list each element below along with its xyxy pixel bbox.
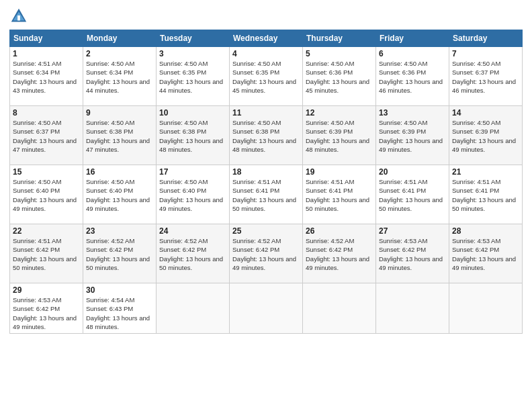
day-number: 24: [159, 226, 226, 236]
day-cell: 4 Sunrise: 4:50 AMSunset: 6:35 PMDayligh…: [230, 47, 303, 106]
day-number: 30: [86, 285, 153, 295]
day-cell: 26 Sunrise: 4:52 AMSunset: 6:42 PMDaylig…: [303, 224, 376, 283]
day-cell: 19 Sunrise: 4:51 AMSunset: 6:41 PMDaylig…: [303, 165, 376, 224]
day-cell: 3 Sunrise: 4:50 AMSunset: 6:35 PMDayligh…: [157, 47, 230, 106]
day-info: Sunrise: 4:52 AMSunset: 6:42 PMDaylight:…: [306, 236, 373, 272]
day-info: Sunrise: 4:50 AMSunset: 6:39 PMDaylight:…: [379, 118, 446, 154]
day-number: 7: [452, 49, 519, 58]
day-info: Sunrise: 4:50 AMSunset: 6:38 PMDaylight:…: [159, 118, 226, 154]
day-cell: 7 Sunrise: 4:50 AMSunset: 6:37 PMDayligh…: [449, 47, 523, 106]
day-info: Sunrise: 4:51 AMSunset: 6:41 PMDaylight:…: [379, 177, 446, 213]
day-info: Sunrise: 4:53 AMSunset: 6:42 PMDaylight:…: [13, 295, 80, 331]
day-number: 14: [452, 108, 519, 118]
day-number: 26: [306, 226, 373, 236]
day-info: Sunrise: 4:52 AMSunset: 6:42 PMDaylight:…: [86, 236, 153, 272]
day-cell: 23 Sunrise: 4:52 AMSunset: 6:42 PMDaylig…: [83, 224, 157, 283]
week-row-3: 15 Sunrise: 4:50 AMSunset: 6:40 PMDaylig…: [10, 165, 523, 224]
logo: [9, 7, 31, 26]
header-row: SundayMondayTuesdayWednesdayThursdayFrid…: [10, 30, 523, 47]
week-row-4: 22 Sunrise: 4:51 AMSunset: 6:42 PMDaylig…: [10, 224, 523, 283]
day-info: Sunrise: 4:51 AMSunset: 6:41 PMDaylight:…: [452, 177, 519, 213]
day-info: Sunrise: 4:50 AMSunset: 6:38 PMDaylight:…: [232, 118, 300, 154]
day-cell: 30 Sunrise: 4:54 AMSunset: 6:43 PMDaylig…: [83, 283, 157, 334]
day-cell: [303, 283, 376, 334]
col-header-saturday: Saturday: [449, 30, 523, 47]
day-cell: 17 Sunrise: 4:50 AMSunset: 6:40 PMDaylig…: [157, 165, 230, 224]
day-info: Sunrise: 4:50 AMSunset: 6:35 PMDaylight:…: [232, 59, 300, 95]
week-row-5: 29 Sunrise: 4:53 AMSunset: 6:42 PMDaylig…: [10, 283, 523, 334]
day-number: 8: [13, 108, 80, 118]
day-info: Sunrise: 4:51 AMSunset: 6:41 PMDaylight:…: [306, 177, 373, 213]
day-number: 29: [13, 285, 80, 295]
day-number: 2: [86, 49, 153, 58]
day-info: Sunrise: 4:51 AMSunset: 6:41 PMDaylight:…: [232, 177, 300, 213]
day-cell: 14 Sunrise: 4:50 AMSunset: 6:39 PMDaylig…: [449, 106, 523, 165]
day-info: Sunrise: 4:50 AMSunset: 6:36 PMDaylight:…: [379, 59, 446, 95]
day-number: 9: [86, 108, 153, 118]
day-cell: 18 Sunrise: 4:51 AMSunset: 6:41 PMDaylig…: [230, 165, 303, 224]
day-cell: [157, 283, 230, 334]
day-cell: 20 Sunrise: 4:51 AMSunset: 6:41 PMDaylig…: [376, 165, 449, 224]
day-cell: 16 Sunrise: 4:50 AMSunset: 6:40 PMDaylig…: [83, 165, 157, 224]
day-info: Sunrise: 4:51 AMSunset: 6:42 PMDaylight:…: [13, 236, 80, 272]
week-row-2: 8 Sunrise: 4:50 AMSunset: 6:37 PMDayligh…: [10, 106, 523, 165]
day-info: Sunrise: 4:50 AMSunset: 6:34 PMDaylight:…: [86, 59, 153, 95]
day-cell: 28 Sunrise: 4:53 AMSunset: 6:42 PMDaylig…: [449, 224, 523, 283]
day-cell: 21 Sunrise: 4:51 AMSunset: 6:41 PMDaylig…: [449, 165, 523, 224]
day-info: Sunrise: 4:52 AMSunset: 6:42 PMDaylight:…: [232, 236, 300, 272]
day-cell: 13 Sunrise: 4:50 AMSunset: 6:39 PMDaylig…: [376, 106, 449, 165]
day-number: 15: [13, 167, 80, 177]
day-number: 13: [379, 108, 446, 118]
day-info: Sunrise: 4:53 AMSunset: 6:42 PMDaylight:…: [452, 236, 519, 272]
week-row-1: 1 Sunrise: 4:51 AMSunset: 6:34 PMDayligh…: [10, 47, 523, 106]
day-number: 27: [379, 226, 446, 236]
day-number: 17: [159, 167, 226, 177]
day-info: Sunrise: 4:52 AMSunset: 6:42 PMDaylight:…: [159, 236, 226, 272]
day-number: 1: [13, 49, 80, 58]
day-info: Sunrise: 4:50 AMSunset: 6:37 PMDaylight:…: [452, 59, 519, 95]
calendar-table: SundayMondayTuesdayWednesdayThursdayFrid…: [9, 30, 523, 334]
day-number: 4: [232, 49, 300, 58]
day-cell: 12 Sunrise: 4:50 AMSunset: 6:39 PMDaylig…: [303, 106, 376, 165]
day-cell: [449, 283, 523, 334]
col-header-sunday: Sunday: [10, 30, 83, 47]
day-info: Sunrise: 4:51 AMSunset: 6:34 PMDaylight:…: [13, 59, 80, 95]
day-cell: [376, 283, 449, 334]
day-cell: 15 Sunrise: 4:50 AMSunset: 6:40 PMDaylig…: [10, 165, 83, 224]
day-cell: 1 Sunrise: 4:51 AMSunset: 6:34 PMDayligh…: [10, 47, 83, 106]
day-cell: 5 Sunrise: 4:50 AMSunset: 6:36 PMDayligh…: [303, 47, 376, 106]
day-cell: 25 Sunrise: 4:52 AMSunset: 6:42 PMDaylig…: [230, 224, 303, 283]
day-number: 25: [232, 226, 300, 236]
day-number: 11: [232, 108, 300, 118]
page: SundayMondayTuesdayWednesdayThursdayFrid…: [0, 0, 532, 411]
day-info: Sunrise: 4:50 AMSunset: 6:40 PMDaylight:…: [13, 177, 80, 213]
day-info: Sunrise: 4:54 AMSunset: 6:43 PMDaylight:…: [86, 295, 153, 331]
col-header-friday: Friday: [376, 30, 449, 47]
day-number: 3: [159, 49, 226, 58]
day-cell: 22 Sunrise: 4:51 AMSunset: 6:42 PMDaylig…: [10, 224, 83, 283]
logo-icon: [9, 7, 28, 26]
day-cell: 27 Sunrise: 4:53 AMSunset: 6:42 PMDaylig…: [376, 224, 449, 283]
day-number: 16: [86, 167, 153, 177]
day-number: 20: [379, 167, 446, 177]
day-info: Sunrise: 4:50 AMSunset: 6:39 PMDaylight:…: [452, 118, 519, 154]
day-number: 12: [306, 108, 373, 118]
day-info: Sunrise: 4:50 AMSunset: 6:36 PMDaylight:…: [306, 59, 373, 95]
day-cell: 6 Sunrise: 4:50 AMSunset: 6:36 PMDayligh…: [376, 47, 449, 106]
header: [9, 7, 523, 26]
day-number: 6: [379, 49, 446, 58]
day-cell: 29 Sunrise: 4:53 AMSunset: 6:42 PMDaylig…: [10, 283, 83, 334]
day-number: 23: [86, 226, 153, 236]
day-cell: 11 Sunrise: 4:50 AMSunset: 6:38 PMDaylig…: [230, 106, 303, 165]
day-cell: 24 Sunrise: 4:52 AMSunset: 6:42 PMDaylig…: [157, 224, 230, 283]
day-info: Sunrise: 4:50 AMSunset: 6:39 PMDaylight:…: [306, 118, 373, 154]
col-header-thursday: Thursday: [303, 30, 376, 47]
day-number: 19: [306, 167, 373, 177]
day-info: Sunrise: 4:50 AMSunset: 6:40 PMDaylight:…: [86, 177, 153, 213]
day-info: Sunrise: 4:50 AMSunset: 6:37 PMDaylight:…: [13, 118, 80, 154]
svg-rect-2: [17, 15, 20, 20]
col-header-tuesday: Tuesday: [157, 30, 230, 47]
day-info: Sunrise: 4:50 AMSunset: 6:40 PMDaylight:…: [159, 177, 226, 213]
day-number: 28: [452, 226, 519, 236]
col-header-monday: Monday: [83, 30, 157, 47]
